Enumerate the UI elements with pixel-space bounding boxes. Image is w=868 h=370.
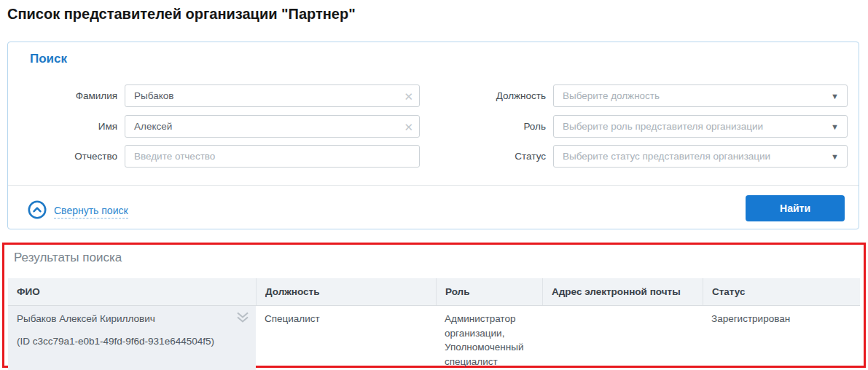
collapse-search-label[interactable]: Свернуть поиск bbox=[54, 205, 128, 219]
position-select-placeholder: Выберите должность bbox=[563, 90, 660, 101]
representative-id: (ID c3cc79a1-e0b1-49fd-9f6d-931e644504f5… bbox=[17, 334, 230, 349]
column-header-status: Статус bbox=[703, 278, 860, 305]
role-field: Роль Выберите роль представителя организ… bbox=[416, 115, 848, 138]
chevron-down-icon: ▼ bbox=[831, 92, 839, 100]
cell-role: Администратор организации, Уполномоченны… bbox=[436, 306, 542, 370]
column-header-email: Адрес электронной почты bbox=[542, 278, 703, 305]
expand-row-icon[interactable] bbox=[236, 312, 249, 328]
clear-icon[interactable]: ✕ bbox=[404, 121, 413, 132]
role-select-placeholder: Выберите роль представителя организации bbox=[563, 121, 763, 132]
status-field: Статус Выберите статус представителя орг… bbox=[416, 145, 848, 168]
results-table: ФИО Должность Роль Адрес электронной поч… bbox=[8, 278, 860, 370]
firstname-input[interactable] bbox=[125, 115, 420, 138]
search-results-panel: Результаты поиска ФИО Должность Роль Адр… bbox=[2, 243, 866, 368]
column-header-fio: ФИО bbox=[8, 278, 256, 305]
position-label: Должность bbox=[416, 90, 546, 101]
find-button[interactable]: Найти bbox=[746, 195, 845, 221]
lastname-label: Фамилия bbox=[30, 90, 117, 101]
collapse-search-toggle[interactable]: Свернуть поиск bbox=[28, 200, 128, 222]
chevron-down-icon: ▼ bbox=[831, 152, 839, 160]
lastname-field: Фамилия ✕ bbox=[30, 84, 420, 107]
position-field: Должность Выберите должность ▼ bbox=[416, 84, 848, 107]
search-panel-title: Поиск bbox=[30, 52, 67, 66]
role-select[interactable]: Выберите роль представителя организации … bbox=[553, 115, 848, 138]
table-header-row: ФИО Должность Роль Адрес электронной поч… bbox=[8, 278, 860, 306]
collapse-search-icon[interactable] bbox=[28, 200, 47, 222]
search-panel-divider bbox=[8, 185, 859, 186]
status-label: Статус bbox=[416, 151, 546, 162]
firstname-field: Имя ✕ bbox=[30, 115, 420, 138]
status-select-placeholder: Выберите статус представителя организаци… bbox=[563, 151, 770, 162]
lastname-input[interactable] bbox=[125, 84, 420, 107]
middlename-input[interactable] bbox=[125, 145, 420, 168]
column-header-role: Роль bbox=[436, 278, 542, 305]
search-panel: Поиск Фамилия ✕ Имя ✕ Отчество Должность… bbox=[7, 42, 859, 229]
cell-email bbox=[542, 306, 703, 370]
chevron-down-icon: ▼ bbox=[831, 122, 839, 130]
middlename-label: Отчество bbox=[30, 151, 117, 162]
clear-icon[interactable]: ✕ bbox=[404, 90, 413, 101]
role-label: Роль bbox=[416, 121, 546, 132]
position-select[interactable]: Выберите должность ▼ bbox=[553, 84, 848, 107]
cell-fio: Рыбаков Алексей Кириллович (ID c3cc79a1-… bbox=[8, 306, 256, 370]
cell-status: Зарегистрирован bbox=[703, 306, 860, 370]
status-select[interactable]: Выберите статус представителя организаци… bbox=[553, 145, 848, 168]
column-header-position: Должность bbox=[256, 278, 436, 305]
results-title: Результаты поиска bbox=[14, 251, 122, 265]
cell-position: Специалист bbox=[256, 306, 436, 370]
page-title: Список представителей организации "Партн… bbox=[7, 6, 356, 23]
firstname-label: Имя bbox=[30, 121, 117, 132]
table-row: Рыбаков Алексей Кириллович (ID c3cc79a1-… bbox=[8, 306, 860, 370]
middlename-field: Отчество bbox=[30, 145, 420, 168]
representative-name: Рыбаков Алексей Кириллович bbox=[17, 312, 230, 326]
